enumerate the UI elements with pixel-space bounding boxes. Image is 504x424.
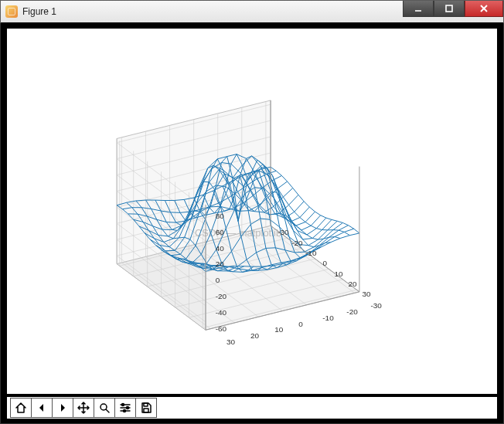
- svg-text:60: 60: [216, 228, 225, 236]
- zoom-button[interactable]: [94, 398, 115, 418]
- home-button[interactable]: [10, 398, 32, 418]
- figure-canvas[interactable]: CSDN — matplotlib-30-20-100102030-30-20-…: [7, 29, 497, 394]
- svg-text:10: 10: [335, 270, 344, 278]
- svg-point-84: [122, 404, 124, 406]
- svg-text:80: 80: [216, 212, 225, 220]
- subplots-button[interactable]: [114, 398, 136, 418]
- window-title: Figure 1: [22, 6, 403, 17]
- app-window: Figure 1 CSDN — matplotlib-30-20-1001020…: [0, 0, 504, 424]
- svg-point-86: [124, 410, 126, 412]
- svg-text:CSDN — matplotlib: CSDN — matplotlib: [195, 227, 281, 239]
- svg-point-85: [127, 407, 129, 409]
- minimize-button[interactable]: [403, 1, 434, 17]
- svg-text:-60: -60: [216, 324, 227, 333]
- svg-text:-20: -20: [216, 292, 227, 300]
- svg-rect-87: [144, 403, 148, 406]
- nav-toolbar: [7, 397, 497, 419]
- zoom-icon: [98, 402, 111, 414]
- arrow-right-icon: [56, 402, 69, 414]
- svg-text:10: 10: [274, 325, 284, 334]
- svg-text:20: 20: [250, 331, 260, 340]
- svg-text:20: 20: [349, 280, 358, 288]
- svg-line-80: [106, 409, 109, 412]
- maximize-button[interactable]: [434, 1, 465, 17]
- svg-text:-10: -10: [305, 249, 317, 257]
- svg-text:40: 40: [216, 244, 225, 253]
- sliders-icon: [119, 402, 131, 414]
- svg-text:-30: -30: [278, 228, 289, 236]
- save-icon: [140, 402, 152, 414]
- svg-text:30: 30: [226, 338, 236, 346]
- save-button[interactable]: [135, 398, 157, 418]
- svg-text:-40: -40: [216, 308, 227, 317]
- window-controls: [403, 1, 503, 22]
- svg-text:0: 0: [322, 259, 327, 267]
- home-icon: [15, 402, 27, 414]
- client-area: CSDN — matplotlib-30-20-100102030-30-20-…: [1, 22, 503, 423]
- arrow-left-icon: [36, 402, 48, 414]
- svg-text:-20: -20: [346, 307, 358, 316]
- svg-text:-20: -20: [291, 239, 303, 247]
- svg-text:20: 20: [216, 259, 225, 268]
- svg-text:-10: -10: [322, 314, 334, 322]
- svg-rect-88: [144, 409, 148, 412]
- forward-button[interactable]: [52, 398, 73, 418]
- svg-text:0: 0: [216, 276, 220, 284]
- pan-button[interactable]: [73, 398, 94, 418]
- app-icon: [5, 5, 18, 18]
- svg-text:0: 0: [298, 320, 303, 328]
- move-icon: [77, 402, 90, 414]
- svg-rect-1: [446, 5, 452, 12]
- close-button[interactable]: [465, 1, 503, 17]
- back-button[interactable]: [31, 398, 53, 418]
- svg-text:30: 30: [362, 290, 371, 298]
- svg-text:-30: -30: [370, 301, 382, 310]
- plot-3d: CSDN — matplotlib-30-20-100102030-30-20-…: [7, 29, 497, 394]
- titlebar[interactable]: Figure 1: [0, 0, 504, 23]
